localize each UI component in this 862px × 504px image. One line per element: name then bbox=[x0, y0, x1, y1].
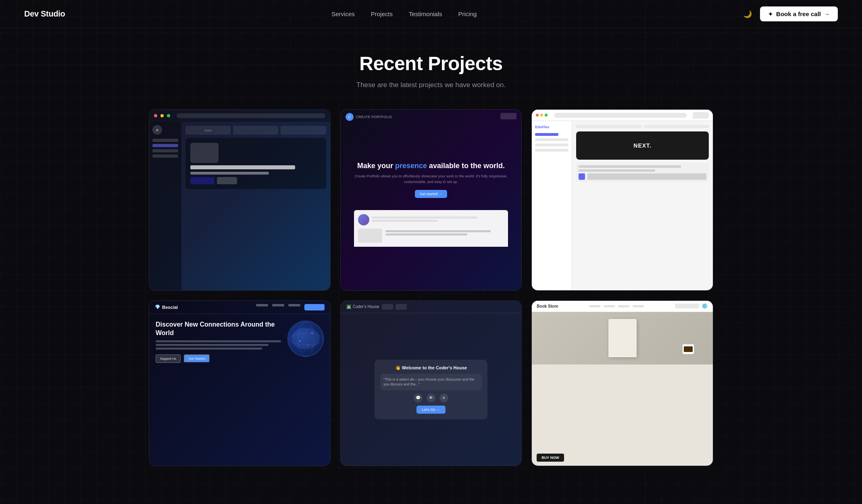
screenshot-beocial: 💎 Beocial Discover New Connections Aroun… bbox=[149, 301, 330, 466]
svg-point-7 bbox=[299, 340, 301, 342]
svg-point-5 bbox=[289, 333, 323, 345]
main-content: Recent Projects These are the latest pro… bbox=[0, 28, 862, 482]
coffee-cup bbox=[683, 344, 697, 358]
cta-star-icon: ✦ bbox=[768, 11, 773, 17]
portfolio-cta-btn[interactable]: Get started → bbox=[415, 190, 447, 198]
svg-point-8 bbox=[307, 344, 308, 346]
beocial-started-btn[interactable]: Get Started bbox=[184, 354, 210, 363]
nav-services[interactable]: Services bbox=[331, 10, 355, 17]
portfolio-sub-text: Create Portfolio allows you to effortles… bbox=[349, 174, 514, 185]
page-title: Recent Projects bbox=[24, 52, 838, 75]
screenshot-aadarsh: A Stats bbox=[149, 110, 330, 290]
book-illustration bbox=[608, 319, 637, 357]
project-card-eduflex: EduFlex NEXT. bbox=[531, 109, 713, 291]
page-subtitle: These are the latest projects we have wo… bbox=[24, 81, 838, 89]
project-card-portfolio: C CREATE PORTFOLIO Make your presence av… bbox=[340, 109, 522, 291]
buy-now-badge: BUY NOW bbox=[537, 454, 564, 462]
brand-studio: Studio bbox=[41, 9, 65, 18]
cta-label: Book a free call bbox=[776, 10, 821, 17]
brand-logo[interactable]: Dev Studio bbox=[24, 9, 65, 19]
beocial-support-btn[interactable]: Support Us bbox=[156, 354, 181, 363]
screenshot-portfolio: C CREATE PORTFOLIO Make your presence av… bbox=[341, 110, 522, 290]
projects-grid: A Stats bbox=[149, 109, 713, 466]
nav-pricing[interactable]: Pricing bbox=[458, 10, 477, 17]
nav-testimonials[interactable]: Testimonials bbox=[409, 10, 442, 17]
project-info-coders: Coder's House A platform for coders to c… bbox=[341, 466, 522, 466]
project-card-beocial: 💎 Beocial Discover New Connections Aroun… bbox=[149, 300, 331, 466]
book-call-button[interactable]: ✦ Book a free call → bbox=[760, 6, 838, 21]
beocial-headline: Discover New Connections Around the Worl… bbox=[156, 321, 281, 337]
svg-point-4 bbox=[298, 322, 314, 356]
page-header: Recent Projects These are the latest pro… bbox=[24, 52, 838, 89]
project-info-eduflex: Eduflex Secure & scalable LMS built with… bbox=[532, 290, 713, 291]
project-info-beocial: Beocial Beocial makes it easy and fun to… bbox=[149, 466, 330, 466]
project-info-portfolio: Create Portfolio Create Portfolio is a m… bbox=[341, 290, 522, 291]
globe-svg bbox=[288, 321, 324, 357]
svg-point-3 bbox=[289, 322, 323, 356]
navbar: Dev Studio Services Projects Testimonial… bbox=[0, 0, 862, 28]
screenshot-coders: 👨‍💻 Coder's House 👋 Welcome to the Coder… bbox=[341, 301, 522, 466]
nav-projects[interactable]: Projects bbox=[371, 10, 393, 17]
project-card-bookstore: Book Store 🌐 bbox=[531, 300, 713, 466]
portfolio-lower-mockup bbox=[354, 210, 508, 247]
brand-dev: Dev bbox=[24, 9, 39, 18]
nav-links: Services Projects Testimonials Pricing bbox=[331, 10, 477, 18]
project-card-aadarsh: A Stats bbox=[149, 109, 331, 291]
bookstore-logo-text: Book Store bbox=[537, 304, 558, 308]
project-info-bookstore: Book Store A modern online book store wi… bbox=[532, 466, 713, 466]
dark-mode-toggle[interactable]: 🌙 bbox=[743, 10, 752, 19]
coders-cta-btn[interactable]: Let's Go → bbox=[416, 406, 446, 414]
cta-arrow-icon: → bbox=[824, 11, 830, 17]
screenshot-bookstore: Book Store 🌐 bbox=[532, 301, 713, 466]
screenshot-eduflex: EduFlex NEXT. bbox=[532, 110, 713, 290]
beocial-globe bbox=[287, 321, 324, 357]
nav-right: 🌙 ✦ Book a free call → bbox=[743, 6, 838, 21]
project-info-aadarsh: Aadarsh Labs Digital Store A modern plat… bbox=[149, 290, 330, 291]
svg-point-6 bbox=[311, 332, 313, 334]
project-card-coders: 👨‍💻 Coder's House 👋 Welcome to the Coder… bbox=[340, 300, 522, 466]
